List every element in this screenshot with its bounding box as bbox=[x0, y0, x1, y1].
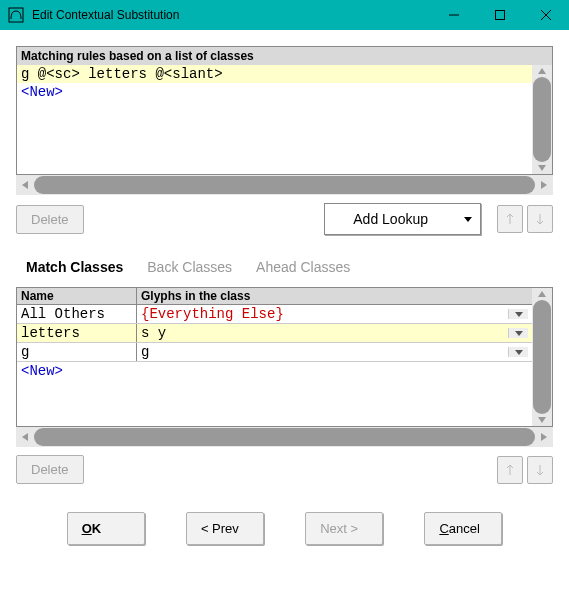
svg-rect-2 bbox=[496, 11, 505, 20]
classes-vscrollbar[interactable] bbox=[532, 288, 552, 426]
chevron-down-icon[interactable] bbox=[508, 309, 528, 319]
classes-controls: Delete bbox=[16, 455, 553, 484]
class-glyphs-cell[interactable]: s y bbox=[141, 325, 508, 341]
svg-marker-12 bbox=[515, 312, 523, 317]
move-up-button[interactable] bbox=[497, 456, 523, 484]
svg-marker-15 bbox=[538, 291, 546, 297]
scroll-thumb[interactable] bbox=[34, 428, 535, 446]
dialog-content: Matching rules based on a list of classe… bbox=[0, 30, 569, 561]
scroll-up-icon[interactable] bbox=[532, 65, 552, 77]
svg-marker-7 bbox=[22, 181, 28, 189]
move-up-button[interactable] bbox=[497, 205, 523, 233]
scroll-left-icon[interactable] bbox=[16, 427, 34, 447]
scroll-right-icon[interactable] bbox=[535, 175, 553, 195]
move-down-button[interactable] bbox=[527, 456, 553, 484]
class-row[interactable]: g g bbox=[17, 343, 532, 362]
rules-vscrollbar[interactable] bbox=[532, 65, 552, 174]
scroll-thumb[interactable] bbox=[533, 77, 551, 162]
maximize-button[interactable] bbox=[477, 0, 523, 30]
svg-marker-16 bbox=[538, 417, 546, 423]
dialog-footer: OK < Prev Next > Cancel bbox=[16, 512, 553, 545]
move-down-button[interactable] bbox=[527, 205, 553, 233]
scroll-left-icon[interactable] bbox=[16, 175, 34, 195]
classes-hscrollbar[interactable] bbox=[16, 427, 553, 447]
class-name-cell[interactable]: All Others bbox=[17, 305, 137, 323]
class-glyphs-cell[interactable]: g bbox=[141, 344, 508, 360]
chevron-down-icon[interactable] bbox=[508, 347, 528, 357]
tab-ahead-classes[interactable]: Ahead Classes bbox=[256, 259, 350, 275]
scroll-thumb[interactable] bbox=[533, 300, 551, 414]
class-row-new[interactable]: <New> bbox=[17, 362, 532, 380]
rules-list[interactable]: g @<sc> letters @<slant> <New> bbox=[17, 65, 532, 174]
add-lookup-label: Add Lookup bbox=[325, 211, 456, 227]
svg-marker-5 bbox=[538, 68, 546, 74]
scroll-thumb[interactable] bbox=[34, 176, 535, 194]
svg-marker-18 bbox=[541, 433, 547, 441]
scroll-right-icon[interactable] bbox=[535, 427, 553, 447]
window-title: Edit Contextual Substitution bbox=[32, 8, 431, 22]
titlebar: Edit Contextual Substitution bbox=[0, 0, 569, 30]
cancel-button[interactable]: Cancel bbox=[424, 512, 502, 545]
rules-listbox: g @<sc> letters @<slant> <New> bbox=[16, 65, 553, 175]
class-row[interactable]: letters s y bbox=[17, 324, 532, 343]
class-glyphs-cell[interactable]: {Everything Else} bbox=[141, 306, 508, 322]
chevron-down-icon bbox=[456, 214, 480, 224]
add-lookup-dropdown[interactable]: Add Lookup bbox=[324, 203, 481, 235]
class-row[interactable]: All Others {Everything Else} bbox=[17, 305, 532, 324]
svg-marker-8 bbox=[541, 181, 547, 189]
classes-delete-button[interactable]: Delete bbox=[16, 455, 84, 484]
svg-marker-9 bbox=[464, 217, 472, 222]
scroll-down-icon[interactable] bbox=[532, 162, 552, 174]
app-icon bbox=[8, 7, 24, 23]
scroll-up-icon[interactable] bbox=[532, 288, 552, 300]
class-tabs: Match Classes Back Classes Ahead Classes bbox=[26, 259, 553, 275]
svg-marker-6 bbox=[538, 165, 546, 171]
rule-row-new[interactable]: <New> bbox=[17, 83, 532, 101]
rules-delete-button[interactable]: Delete bbox=[16, 205, 84, 234]
rules-hscrollbar[interactable] bbox=[16, 175, 553, 195]
next-button[interactable]: Next > bbox=[305, 512, 383, 545]
tab-back-classes[interactable]: Back Classes bbox=[147, 259, 232, 275]
col-header-glyphs: Glyphs in the class bbox=[137, 288, 532, 304]
class-name-cell[interactable]: letters bbox=[17, 324, 137, 342]
tab-match-classes[interactable]: Match Classes bbox=[26, 259, 123, 275]
col-header-name: Name bbox=[17, 288, 137, 304]
prev-button[interactable]: < Prev bbox=[186, 512, 264, 545]
svg-marker-14 bbox=[515, 350, 523, 355]
classes-table-header: Name Glyphs in the class bbox=[17, 288, 532, 305]
minimize-button[interactable] bbox=[431, 0, 477, 30]
scroll-down-icon[interactable] bbox=[532, 414, 552, 426]
classes-table: Name Glyphs in the class All Others {Eve… bbox=[16, 287, 553, 427]
svg-marker-13 bbox=[515, 331, 523, 336]
rules-controls: Delete Add Lookup bbox=[16, 203, 553, 235]
close-button[interactable] bbox=[523, 0, 569, 30]
classes-table-body: All Others {Everything Else} letters s y… bbox=[17, 305, 532, 380]
rules-header: Matching rules based on a list of classe… bbox=[16, 46, 553, 65]
svg-marker-17 bbox=[22, 433, 28, 441]
rule-row[interactable]: g @<sc> letters @<slant> bbox=[17, 65, 532, 83]
ok-button[interactable]: OK bbox=[67, 512, 145, 545]
class-name-cell[interactable]: <New> bbox=[17, 362, 137, 380]
chevron-down-icon[interactable] bbox=[508, 328, 528, 338]
class-name-cell[interactable]: g bbox=[17, 343, 137, 361]
